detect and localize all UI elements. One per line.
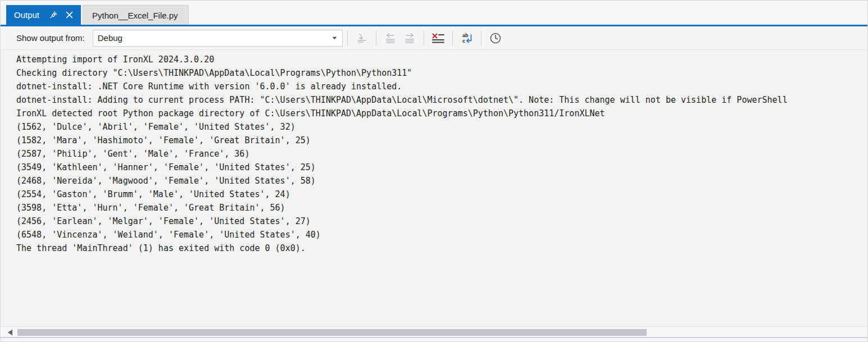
toolbar-separator [452,31,453,45]
go-to-previous-message-icon[interactable] [381,30,400,47]
toggle-word-wrap-icon[interactable]: ab c [457,30,476,47]
tab-output[interactable]: Output [6,5,81,25]
horizontal-scrollbar-thumb[interactable] [17,329,647,336]
find-message-in-code-icon[interactable] [352,30,371,47]
output-toolbar: Show output from: Debug [1,26,867,50]
console-line: (2468, 'Nereida', 'Magwood', 'Female', '… [16,174,867,188]
console-line: Attempting import of IronXL 2024.3.0.20 [16,53,867,66]
output-tool-window: Output [0,0,868,342]
console-line: (1562, 'Dulce', 'Abril', 'Female', 'Unit… [16,120,867,134]
console-line: (1582, 'Mara', 'Hashimoto', 'Female', 'G… [16,134,867,147]
output-source-dropdown[interactable]: Debug [93,30,343,47]
pin-icon[interactable] [47,9,60,21]
console-line: IronXL detected root Python package dire… [16,107,867,120]
tool-window-tab-bar: Output [1,1,867,26]
output-source-value: Debug [93,33,328,43]
svg-text:ab: ab [462,33,469,38]
clear-all-icon[interactable] [429,30,448,47]
horizontal-scrollbar[interactable] [1,326,867,338]
console-line: (3549, 'Kathleen', 'Hanner', 'Female', '… [16,161,867,174]
tab-output-label: Output [14,10,39,20]
show-output-from-label: Show output from: [16,33,85,43]
console-line: (2456, 'Earlean', 'Melgar', 'Female', 'U… [16,215,867,228]
svg-text:c: c [462,38,465,44]
console-line: (3598, 'Etta', 'Hurn', 'Female', 'Great … [16,201,867,215]
close-icon[interactable] [63,9,75,21]
tab-python-excel-file[interactable]: Python__Excel_File.py [82,5,189,25]
output-console[interactable]: Attempting import of IronXL 2024.3.0.20 … [1,50,867,326]
tab-file-label: Python__Excel_File.py [92,11,178,20]
console-line: (2554, 'Gaston', 'Brumm', 'Male', 'Unite… [16,188,867,201]
console-line: The thread 'MainThread' (1) has exited w… [16,241,867,255]
clock-icon[interactable] [486,30,505,47]
console-line: (6548, 'Vincenza', 'Weiland', 'Female', … [16,228,867,241]
console-line: dotnet-install: Adding to current proces… [16,93,867,107]
chevron-down-icon[interactable] [328,30,342,46]
console-line: (2587, 'Philip', 'Gent', 'Male', 'France… [16,147,867,161]
panel-bottom-strip [1,338,867,341]
console-line: Checking directory "C:\Users\THINKPAD\Ap… [16,66,867,80]
toolbar-separator [424,31,424,45]
console-line: dotnet-install: .NET Core Runtime with v… [16,80,867,93]
scroll-left-arrow-icon[interactable] [6,329,14,336]
go-to-next-message-icon[interactable] [400,30,419,47]
toolbar-separator [347,31,348,45]
toolbar-separator [481,31,481,45]
toolbar-separator [376,31,376,45]
